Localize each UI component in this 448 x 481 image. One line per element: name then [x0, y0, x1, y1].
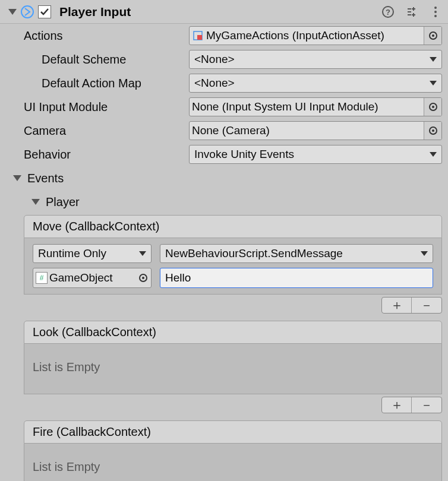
menu-icon[interactable] [429, 5, 442, 18]
chevron-down-icon [139, 251, 146, 256]
svg-point-5 [434, 15, 437, 17]
behavior-value: Invoke Unity Events [194, 148, 426, 161]
svg-point-4 [434, 11, 437, 13]
svg-rect-7 [197, 35, 202, 40]
chevron-down-icon [430, 152, 437, 157]
picker-icon [139, 274, 147, 282]
default-map-dropdown[interactable]: <None> [189, 74, 442, 93]
camera-value: None (Camera) [192, 124, 424, 137]
events-foldout[interactable]: Events [0, 166, 448, 190]
svg-point-3 [434, 7, 437, 9]
row-camera: Camera None (Camera) [0, 119, 448, 143]
remove-listener-button[interactable]: － [412, 397, 441, 413]
foldout-toggle [31, 199, 40, 205]
event-move: Move (CallbackContext) Runtime Only NewB… [24, 215, 442, 316]
ui-module-field[interactable]: None (Input System UI Input Module) [189, 97, 442, 116]
label-default-scheme: Default Scheme [0, 53, 189, 67]
look-add-remove: ＋ － [381, 397, 442, 413]
foldout-toggle[interactable] [8, 9, 17, 15]
add-listener-button[interactable]: ＋ [382, 298, 412, 313]
picker-icon [429, 103, 437, 111]
camera-field[interactable]: None (Camera) [189, 121, 442, 140]
ui-module-picker[interactable] [424, 98, 441, 116]
component-title: Player Input [59, 5, 381, 19]
move-object-field[interactable]: # GameObject [33, 268, 152, 288]
help-icon[interactable]: ? [381, 5, 395, 18]
row-ui-module: UI Input Module None (Input System UI In… [0, 95, 448, 119]
event-move-title: Move (CallbackContext) [24, 215, 442, 238]
event-fire: Fire (CallbackContext) List is Empty [24, 420, 442, 481]
default-map-value: <None> [194, 77, 426, 90]
script-icon: # [36, 272, 48, 284]
asset-icon [192, 30, 204, 42]
player-foldout[interactable]: Player [0, 190, 448, 214]
ui-module-value: None (Input System UI Input Module) [192, 100, 424, 113]
move-runtime-dropdown[interactable]: Runtime Only [33, 244, 152, 263]
behavior-dropdown[interactable]: Invoke Unity Events [189, 145, 442, 164]
label-camera: Camera [0, 124, 189, 138]
camera-picker[interactable] [424, 122, 441, 140]
label-behavior: Behavior [0, 148, 189, 162]
actions-field[interactable]: MyGameActions (InputActionAsset) [189, 26, 442, 45]
actions-value: MyGameActions (InputActionAsset) [206, 29, 424, 42]
look-empty-text: List is Empty [33, 350, 433, 385]
row-behavior: Behavior Invoke Unity Events [0, 143, 448, 166]
picker-icon [429, 126, 437, 135]
component-header: Player Input ? [0, 0, 448, 24]
move-function-dropdown[interactable]: NewBehaviourScript.SendMessage [160, 244, 433, 263]
event-look: Look (CallbackContext) List is Empty ＋ － [24, 321, 442, 416]
enabled-checkbox[interactable] [38, 5, 51, 18]
svg-point-0 [21, 6, 33, 18]
fire-empty-text: List is Empty [33, 450, 433, 481]
label-default-map: Default Action Map [0, 77, 189, 90]
chevron-down-icon [421, 251, 428, 256]
row-default-map: Default Action Map <None> [0, 71, 448, 95]
chevron-down-icon [430, 81, 437, 86]
event-look-title: Look (CallbackContext) [24, 321, 442, 344]
remove-listener-button[interactable]: － [412, 298, 441, 313]
component-icon [20, 5, 34, 19]
picker-icon [429, 31, 437, 40]
presets-icon[interactable] [405, 5, 418, 18]
move-runtime-value: Runtime Only [38, 247, 135, 260]
player-label: Player [46, 195, 80, 209]
row-default-scheme: Default Scheme <None> [0, 48, 448, 71]
foldout-toggle [13, 175, 21, 181]
default-scheme-value: <None> [194, 53, 426, 66]
actions-picker[interactable] [424, 27, 441, 45]
events-label: Events [27, 172, 64, 185]
default-scheme-dropdown[interactable]: <None> [189, 50, 442, 69]
add-listener-button[interactable]: ＋ [382, 397, 412, 413]
move-object-picker[interactable] [135, 274, 151, 282]
move-function-value: NewBehaviourScript.SendMessage [165, 247, 417, 260]
move-add-remove: ＋ － [381, 297, 442, 314]
row-actions: Actions MyGameActions (InputActionAsset) [0, 24, 448, 48]
event-fire-title: Fire (CallbackContext) [24, 420, 442, 444]
move-argument-input[interactable] [160, 268, 433, 288]
svg-text:?: ? [386, 8, 390, 17]
label-ui-module: UI Input Module [0, 100, 189, 114]
label-actions: Actions [0, 29, 189, 43]
chevron-down-icon [430, 57, 437, 62]
move-object-value: GameObject [49, 271, 135, 284]
